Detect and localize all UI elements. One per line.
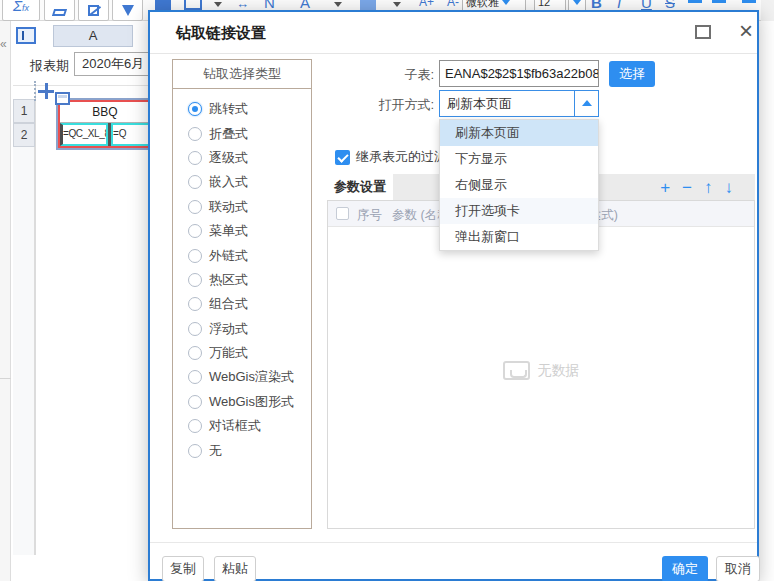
subtable-label: 子表: xyxy=(310,66,434,84)
drill-type-option-none[interactable]: 无 xyxy=(188,438,311,462)
open-mode-dropdown: 刷新本页面 下方显示 右侧显示 打开选项卡 弹出新窗口 xyxy=(439,119,599,251)
dialog-titlebar: 钻取链接设置 × xyxy=(150,12,757,54)
radio-icon xyxy=(188,200,202,214)
drill-link-settings-dialog: 钻取链接设置 × 钻取选择类型 跳转式 折叠式 逐级式 嵌入式 联动式 菜单式 … xyxy=(148,10,759,581)
drill-type-option-webgis-graphic[interactable]: WebGis图形式 xyxy=(188,390,311,414)
select-all-checkbox[interactable] xyxy=(336,207,349,220)
paste-button[interactable]: 粘贴 xyxy=(214,556,256,581)
formula-row: =QC_XL_8↓ =Q xyxy=(60,123,150,146)
align-left-icon[interactable] xyxy=(688,0,702,3)
drill-type-option-linkage[interactable]: 联动式 xyxy=(188,195,311,219)
dropdown-option-below[interactable]: 下方显示 xyxy=(440,146,598,172)
left-rail: « xyxy=(0,21,11,581)
edit-cell-button[interactable] xyxy=(78,0,109,21)
radio-icon xyxy=(188,151,202,165)
move-down-icon[interactable]: ↓ xyxy=(725,179,734,196)
row-header-strip xyxy=(13,147,35,555)
radio-label: 逐级式 xyxy=(209,149,248,167)
drill-type-option-external[interactable]: 外链式 xyxy=(188,243,311,267)
drill-type-option-universal[interactable]: 万能式 xyxy=(188,341,311,365)
brush-button[interactable] xyxy=(112,0,143,21)
drag-dots xyxy=(34,81,36,101)
radio-icon xyxy=(188,346,202,360)
borders-dropdown-icon[interactable] xyxy=(214,2,222,7)
align-center-icon[interactable] xyxy=(712,0,726,3)
radio-label: WebGis渲染式 xyxy=(209,368,294,386)
drill-type-option-combo[interactable]: 组合式 xyxy=(188,292,311,316)
fill-color-icon[interactable] xyxy=(155,0,171,10)
drill-type-option-menu[interactable]: 菜单式 xyxy=(188,219,311,243)
cell-formula-2[interactable]: =Q xyxy=(111,123,150,146)
rail-divider xyxy=(0,378,11,379)
radio-icon xyxy=(188,419,202,433)
remove-param-icon[interactable]: − xyxy=(682,179,692,196)
dropdown-option-refresh[interactable]: 刷新本页面 xyxy=(440,120,598,146)
drill-type-option-hotzone[interactable]: 热区式 xyxy=(188,268,311,292)
dropdown-option-right[interactable]: 右侧显示 xyxy=(440,172,598,198)
formula-text: =QC_XL_8 xyxy=(63,128,108,139)
drill-type-option-fold[interactable]: 折叠式 xyxy=(188,121,311,145)
move-up-icon[interactable]: ↑ xyxy=(704,179,713,196)
dialog-footer: 复制 粘贴 确定 取消 xyxy=(150,542,757,581)
drill-type-header: 钻取选择类型 xyxy=(173,60,311,89)
report-period-input[interactable]: 2020年6月 xyxy=(74,52,158,76)
font-color-dropdown-icon[interactable] xyxy=(334,2,342,7)
font-grow-icon[interactable]: A+ xyxy=(419,0,434,9)
radio-label: 组合式 xyxy=(209,295,248,313)
eraser-button[interactable] xyxy=(44,0,75,21)
move-handle-icon[interactable] xyxy=(38,83,54,99)
maximize-icon[interactable] xyxy=(695,25,711,39)
radio-label: 浮动式 xyxy=(209,320,248,338)
add-param-icon[interactable]: + xyxy=(660,179,670,196)
dropdown-option-newtab[interactable]: 打开选项卡 xyxy=(440,198,598,224)
radio-label: 嵌入式 xyxy=(209,173,248,191)
dropdown-option-popup[interactable]: 弹出新窗口 xyxy=(440,224,598,250)
paint-bucket-dropdown-icon[interactable] xyxy=(393,2,401,7)
row-header-2[interactable]: 2 xyxy=(13,123,35,147)
ok-button[interactable]: 确定 xyxy=(662,556,708,581)
col-seq: 序号 xyxy=(357,207,382,224)
font-size-value: 12 xyxy=(538,0,550,10)
brush-icon xyxy=(122,5,134,16)
sigma-fx-icon: Σfx xyxy=(13,0,29,20)
chevron-up-icon[interactable] xyxy=(574,91,598,116)
column-header-a[interactable]: A xyxy=(53,25,133,47)
radio-icon xyxy=(188,370,202,384)
drill-type-option-dialogbox[interactable]: 对话框式 xyxy=(188,414,311,438)
empty-tray-icon xyxy=(503,361,530,380)
cell-bbq[interactable]: BBQ xyxy=(60,102,150,123)
sheet-info-icon[interactable] xyxy=(16,27,36,44)
borders-icon[interactable] xyxy=(184,0,202,10)
selected-cell-block: BBQ =QC_XL_8↓ =Q xyxy=(58,100,152,148)
drill-type-option-float[interactable]: 浮动式 xyxy=(188,317,311,341)
cell-formula-1[interactable]: =QC_XL_8↓ xyxy=(60,123,108,146)
subtable-input[interactable]: EANA$2$2$1$fb63a22b082 xyxy=(439,60,599,87)
radio-label: 联动式 xyxy=(209,198,248,216)
align-right-icon[interactable] xyxy=(742,0,756,3)
drill-type-option-jump[interactable]: 跳转式 xyxy=(188,97,311,121)
choose-button[interactable]: 选择 xyxy=(609,61,655,87)
float-window-icon[interactable] xyxy=(55,92,70,105)
drill-type-option-embed[interactable]: 嵌入式 xyxy=(188,170,311,194)
checkbox-checked-icon[interactable] xyxy=(335,150,350,165)
empty-state: 无数据 xyxy=(328,361,754,380)
screen: Σfx ↔ N A A+ A- 微软雅 12 B I U S « A 报表期 2… xyxy=(0,0,774,581)
collapse-chevron-icon[interactable]: « xyxy=(0,37,7,51)
row-header-1[interactable]: 1 xyxy=(13,99,35,123)
radio-label: 无 xyxy=(209,442,222,460)
drill-type-option-webgis-render[interactable]: WebGis渲染式 xyxy=(188,365,311,389)
sum-formula-button[interactable]: Σfx xyxy=(2,0,40,21)
paint-bucket-icon[interactable] xyxy=(360,0,376,10)
radio-label: 外链式 xyxy=(209,247,248,265)
copy-button[interactable]: 复制 xyxy=(162,556,204,581)
drill-type-option-stepwise[interactable]: 逐级式 xyxy=(188,146,311,170)
cancel-button[interactable]: 取消 xyxy=(716,556,760,581)
font-shrink-icon[interactable]: A- xyxy=(447,0,459,9)
radio-label: 对话框式 xyxy=(209,417,261,435)
dialog-title: 钻取链接设置 xyxy=(176,24,266,43)
open-mode-select[interactable]: 刷新本页面 xyxy=(439,90,599,117)
close-icon[interactable]: × xyxy=(733,16,759,46)
drill-type-panel: 钻取选择类型 跳转式 折叠式 逐级式 嵌入式 联动式 菜单式 外链式 热区式 组… xyxy=(172,59,312,529)
report-period-label: 报表期 xyxy=(30,57,69,75)
tab-param-settings[interactable]: 参数设置 xyxy=(327,174,393,200)
